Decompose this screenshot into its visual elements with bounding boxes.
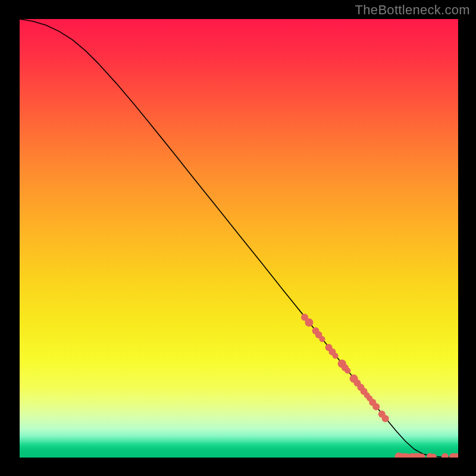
points-layer bbox=[20, 19, 458, 458]
data-point bbox=[382, 415, 389, 422]
data-point bbox=[441, 453, 449, 458]
data-point bbox=[305, 318, 313, 327]
data-point bbox=[345, 368, 350, 374]
plot-area bbox=[20, 19, 458, 458]
watermark-text: TheBottleneck.com bbox=[355, 2, 470, 18]
data-point bbox=[333, 353, 339, 359]
data-point bbox=[320, 336, 325, 342]
chart-frame: TheBottleneck.com bbox=[0, 0, 476, 476]
data-point bbox=[372, 403, 380, 411]
highlighted-points-group bbox=[301, 314, 458, 458]
